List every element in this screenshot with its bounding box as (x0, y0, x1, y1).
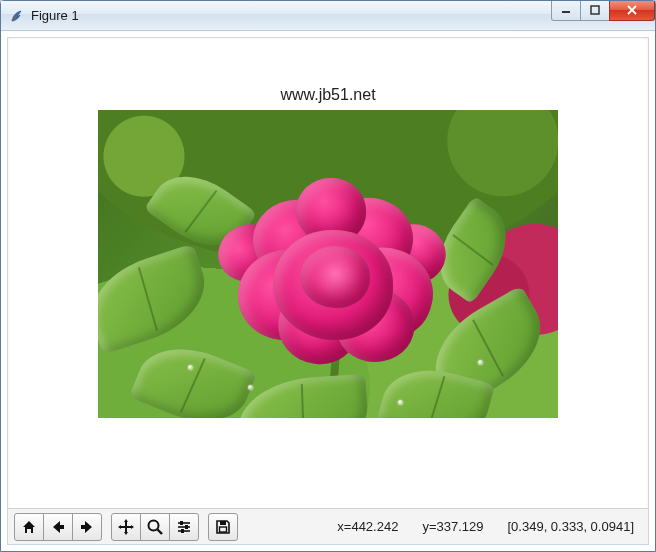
svg-rect-1 (562, 11, 570, 13)
app-feather-icon (9, 8, 25, 24)
home-icon (20, 518, 38, 536)
configure-subplots-button[interactable] (169, 513, 199, 541)
arrow-right-icon (78, 518, 96, 536)
figure-window: Figure 1 www.jb51.net (0, 0, 656, 552)
svg-line-6 (158, 529, 163, 534)
displayed-image (98, 110, 558, 418)
minimize-icon (561, 5, 571, 15)
window-title: Figure 1 (31, 8, 552, 23)
svg-rect-2 (591, 6, 599, 14)
svg-rect-8 (180, 521, 183, 525)
minimize-button[interactable] (551, 1, 581, 21)
sliders-icon (175, 518, 193, 536)
svg-rect-14 (220, 527, 227, 532)
move-icon (117, 518, 135, 536)
window-controls (552, 1, 655, 21)
cursor-rgb-value: [0.349, 0.333, 0.0941] (508, 519, 635, 534)
plot-title: www.jb51.net (280, 86, 375, 104)
forward-button[interactable] (72, 513, 102, 541)
maximize-button[interactable] (580, 1, 610, 21)
svg-rect-10 (185, 525, 188, 529)
navigation-toolbar: x=442.242 y=337.129 [0.349, 0.333, 0.094… (8, 508, 648, 544)
cursor-y-value: 337.129 (437, 519, 484, 534)
status-readout: x=442.242 y=337.129 [0.349, 0.333, 0.094… (337, 519, 642, 534)
close-button[interactable] (609, 1, 655, 21)
cursor-y-label: y= (422, 519, 436, 534)
svg-rect-13 (220, 521, 226, 525)
zoom-button[interactable] (140, 513, 170, 541)
figure-canvas[interactable]: www.jb51.net (8, 38, 648, 508)
close-icon (626, 5, 638, 15)
svg-rect-12 (181, 529, 184, 533)
svg-point-5 (149, 520, 159, 530)
cursor-x-value: 442.242 (351, 519, 398, 534)
pan-button[interactable] (111, 513, 141, 541)
back-button[interactable] (43, 513, 73, 541)
flower-subject (208, 170, 458, 380)
save-button[interactable] (208, 513, 238, 541)
maximize-icon (590, 5, 600, 15)
zoom-icon (146, 518, 164, 536)
titlebar[interactable]: Figure 1 (1, 1, 655, 31)
arrow-left-icon (49, 518, 67, 536)
save-icon (214, 518, 232, 536)
home-button[interactable] (14, 513, 44, 541)
client-area: www.jb51.net (7, 37, 649, 545)
cursor-x-label: x= (337, 519, 351, 534)
